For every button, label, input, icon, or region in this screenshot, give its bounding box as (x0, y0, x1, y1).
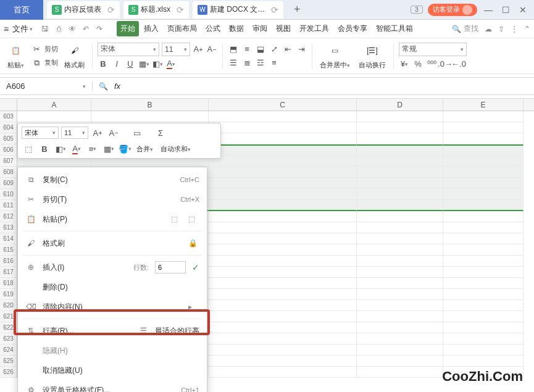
cell[interactable] (209, 300, 357, 311)
col-header[interactable]: C (209, 99, 357, 111)
row-header[interactable]: 617 (0, 267, 17, 278)
cell[interactable] (443, 222, 524, 233)
fill-color-icon[interactable]: ◧▾ (152, 59, 163, 70)
mini-border-icon[interactable]: ▦▾ (102, 142, 115, 156)
cell[interactable] (357, 344, 443, 356)
cell[interactable] (443, 278, 524, 289)
row-header[interactable]: 623 (0, 333, 17, 344)
ctx-cut[interactable]: ✂ 剪切(T) Ctrl+X (18, 190, 207, 209)
border-icon[interactable]: ▦▾ (138, 59, 149, 70)
cell[interactable] (209, 222, 357, 233)
cell[interactable] (443, 178, 524, 189)
cell[interactable] (443, 111, 524, 122)
ribbon-tab-vip[interactable]: 会员专享 (334, 21, 371, 36)
ctx-copy[interactable]: ⧉ 复制(C) Ctrl+C (18, 170, 207, 190)
paste-opt2-icon[interactable]: ⬚ (188, 215, 199, 223)
row-header[interactable]: 616 (0, 256, 17, 267)
row-header[interactable]: 614 (0, 233, 17, 244)
cell[interactable] (357, 156, 443, 167)
align-top-icon[interactable]: ⬒ (228, 44, 239, 55)
file-menu[interactable]: 文件▾ (12, 23, 33, 35)
ctx-row-height[interactable]: ⇅ 行高(R)... ☰ 最适合的行高 (18, 321, 207, 341)
more-icon[interactable]: ⋮ (511, 25, 518, 33)
cell[interactable] (209, 267, 357, 278)
ribbon-tab-insert[interactable]: 插入 (140, 21, 162, 36)
ribbon-tab-start[interactable]: 开始 (117, 21, 139, 36)
cell[interactable] (443, 300, 524, 311)
cell[interactable] (209, 178, 357, 189)
cell[interactable] (443, 267, 524, 278)
cell[interactable] (443, 156, 524, 167)
cell[interactable] (209, 200, 357, 211)
cell[interactable] (209, 111, 357, 122)
cell[interactable] (17, 111, 91, 122)
cell[interactable] (209, 278, 357, 289)
cell[interactable] (443, 167, 524, 178)
row-header[interactable]: 625 (0, 356, 17, 367)
dec-decimal-icon[interactable]: ←.0 (453, 59, 464, 70)
mini-size-combo[interactable]: 11▾ (61, 127, 88, 139)
row-header[interactable]: 607 (0, 156, 17, 167)
cell[interactable] (443, 189, 524, 200)
ctx-format-cells[interactable]: ⚙ 设置单元格格式(F)... Ctrl+1 (18, 380, 207, 392)
row-header[interactable]: 624 (0, 344, 17, 356)
cell[interactable] (357, 256, 443, 267)
mini-paint-icon[interactable]: 🪣▾ (118, 142, 131, 156)
ctx-paste[interactable]: 📋 粘贴(P) ⬚ ⬚ (18, 209, 207, 229)
number-format-combo[interactable]: 常规▾ (399, 43, 467, 56)
ctx-clear[interactable]: ⌫ 清除内容(N) ▸ (18, 297, 207, 317)
cell[interactable] (357, 200, 443, 211)
font-name-combo[interactable]: 宋体▾ (98, 43, 159, 56)
cell[interactable] (209, 211, 357, 222)
col-header[interactable]: A (17, 99, 91, 111)
increase-font-icon[interactable]: A+ (193, 44, 204, 55)
bold-icon[interactable]: B (98, 59, 109, 70)
cell[interactable] (357, 167, 443, 178)
insert-rows-input[interactable] (155, 261, 186, 273)
justify-icon[interactable]: ≡ (269, 57, 280, 69)
ctx-autofit-label[interactable]: 最适合的行高 (155, 326, 199, 336)
inc-decimal-icon[interactable]: .0→ (440, 59, 451, 70)
mini-inc-font-icon[interactable]: A+ (91, 126, 104, 140)
row-header[interactable]: 620 (0, 300, 17, 311)
cell[interactable] (209, 344, 357, 356)
format-painter-button[interactable]: 🖌 (65, 42, 84, 59)
cell[interactable] (209, 156, 357, 167)
cloud-icon[interactable]: ☁ (485, 25, 492, 33)
cell[interactable] (443, 344, 524, 356)
orientation-icon[interactable]: ⤢ (269, 44, 280, 55)
confirm-icon[interactable]: ✓ (192, 262, 199, 272)
currency-icon[interactable]: ¥▾ (399, 59, 410, 70)
row-header[interactable]: 613 (0, 222, 17, 233)
row-header[interactable]: 626 (0, 367, 17, 378)
cell[interactable] (357, 322, 443, 333)
ctx-unhide[interactable]: 取消隐藏(U) (18, 361, 207, 380)
cell[interactable] (443, 122, 524, 133)
cell[interactable] (357, 289, 443, 300)
cell[interactable] (209, 367, 357, 378)
merge-button[interactable]: ▭ (326, 42, 344, 59)
cell[interactable] (443, 289, 524, 300)
decrease-font-icon[interactable]: A− (206, 44, 217, 55)
row-header[interactable]: 611 (0, 200, 17, 211)
row-header[interactable]: 605 (0, 133, 17, 144)
row-header[interactable]: 603 (0, 111, 17, 122)
cut-button[interactable]: ✂剪切 (31, 44, 58, 55)
minimize-icon[interactable]: — (482, 5, 494, 15)
mini-dec-font-icon[interactable]: A− (107, 126, 120, 140)
cell[interactable] (209, 122, 357, 133)
cell[interactable] (209, 289, 357, 300)
cell[interactable] (357, 278, 443, 289)
row-header[interactable]: 615 (0, 244, 17, 256)
italic-icon[interactable]: I (111, 59, 122, 70)
mini-format-icon[interactable]: ⬚ (22, 142, 35, 156)
ctx-insert[interactable]: ⊕ 插入(I) 行数: ✓ (18, 257, 207, 277)
cell[interactable] (357, 189, 443, 200)
mini-bold-icon[interactable]: B (38, 142, 51, 156)
zoom-icon[interactable]: 🔍 (99, 82, 108, 91)
tab-close-icon[interactable]: ⟳ (177, 5, 184, 15)
new-tab-button[interactable]: + (290, 2, 304, 17)
cell[interactable] (443, 200, 524, 211)
close-window-icon[interactable]: ✕ (517, 5, 529, 15)
cell[interactable] (357, 122, 443, 133)
